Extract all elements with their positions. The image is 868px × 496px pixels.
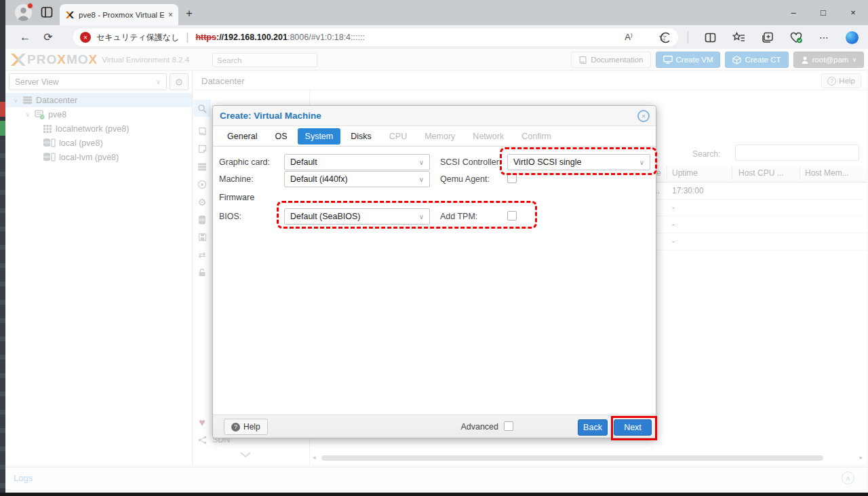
tab-cpu: CPU [382, 128, 414, 145]
collections-icon[interactable] [762, 32, 774, 43]
advanced-checkbox[interactable] [504, 421, 513, 431]
url-divider: | [186, 31, 189, 43]
dialog-footer: ? Help Advanced Back Next [213, 415, 656, 438]
url-protocol: https [195, 33, 216, 42]
sliver-green-segment [0, 121, 5, 136]
annotation-next-highlight [611, 416, 657, 440]
split-screen-icon[interactable] [705, 32, 716, 43]
dialog-help-button[interactable]: ? Help [224, 419, 268, 435]
machine-select[interactable]: Default (i440fx)∨ [284, 171, 430, 187]
tab-os[interactable]: OS [267, 128, 294, 145]
qemu-agent-label: Qemu Agent: [440, 174, 490, 184]
back-icon[interactable]: ← [14, 31, 37, 43]
copilot-icon[interactable] [846, 31, 859, 44]
new-tab-button[interactable]: + [186, 7, 193, 20]
tab-close-icon[interactable]: × [168, 10, 173, 20]
tab-general[interactable]: General [220, 128, 264, 145]
tab-network: Network [465, 128, 511, 145]
sliver-blocks [0, 140, 5, 489]
question-icon: ? [231, 423, 240, 432]
browser-tab[interactable]: pve8 - Proxmox Virtual Environm × [60, 4, 178, 25]
window-bottom-edge [0, 493, 868, 496]
sliver-red-segment [0, 102, 5, 117]
graphic-card-label: Graphic card: [219, 157, 270, 167]
machine-label: Machine: [219, 174, 254, 184]
tab-confirm: Confirm [514, 128, 559, 145]
browser-essentials-icon[interactable] [660, 32, 671, 43]
url-field[interactable]: × セキュリティ保護なし | https ://192.168.100.201 … [73, 28, 678, 46]
settings-more-icon[interactable]: ⋯ [819, 32, 829, 43]
annotation-bios-tpm-highlight [277, 201, 537, 229]
firmware-section-label: Firmware [219, 193, 254, 202]
scsi-controller-label: SCSI Controller: [440, 157, 501, 167]
security-warning-icon[interactable]: × [80, 32, 91, 43]
dialog-close-icon[interactable]: × [637, 110, 650, 122]
url-host: ://192.168.100.201 [216, 33, 288, 42]
url-tail: :8006/#v1:0:18:4:::::: [288, 33, 365, 42]
graphic-card-select[interactable]: Default∨ [284, 154, 430, 170]
bios-label: BIOS: [219, 212, 241, 221]
toolbar-divider [688, 31, 688, 43]
profile-notification-dot [27, 3, 33, 9]
tab-disks[interactable]: Disks [343, 128, 379, 145]
shopping-health-icon[interactable] [790, 32, 803, 43]
read-aloud-icon[interactable]: A) [625, 32, 632, 42]
dialog-title: Create: Virtual Machine [220, 111, 321, 121]
security-warning-text: セキュリティ保護なし [96, 32, 179, 43]
advanced-label: Advanced [460, 422, 498, 432]
window-minimize-button[interactable]: – [778, 0, 808, 25]
annotation-scsi-highlight [500, 147, 657, 175]
dialog-tabbar: General OS System Disks CPU Memory Netwo… [213, 126, 656, 147]
workspaces-icon[interactable] [41, 6, 53, 21]
background-window-sliver [0, 0, 5, 496]
proxmox-favicon [65, 10, 75, 20]
chevron-down-icon: ∨ [419, 159, 424, 166]
tab-memory: Memory [417, 128, 462, 145]
reload-icon[interactable]: ⟳ [37, 31, 60, 43]
tab-title: pve8 - Proxmox Virtual Environm [79, 11, 164, 19]
chevron-down-icon: ∨ [419, 176, 424, 183]
dialog-header[interactable]: Create: Virtual Machine × [213, 106, 656, 126]
back-button[interactable]: Back [578, 419, 608, 436]
tab-system[interactable]: System [298, 128, 341, 145]
browser-titlebar: pve8 - Proxmox Virtual Environm × + – □ … [5, 0, 868, 25]
window-close-button[interactable]: × [838, 0, 868, 25]
browser-addressbar: ← ⟳ × セキュリティ保護なし | https ://192.168.100.… [5, 25, 868, 49]
window-maximize-button[interactable]: □ [808, 0, 838, 25]
favorites-bar-icon[interactable] [732, 32, 745, 43]
qemu-agent-checkbox[interactable] [507, 174, 517, 183]
